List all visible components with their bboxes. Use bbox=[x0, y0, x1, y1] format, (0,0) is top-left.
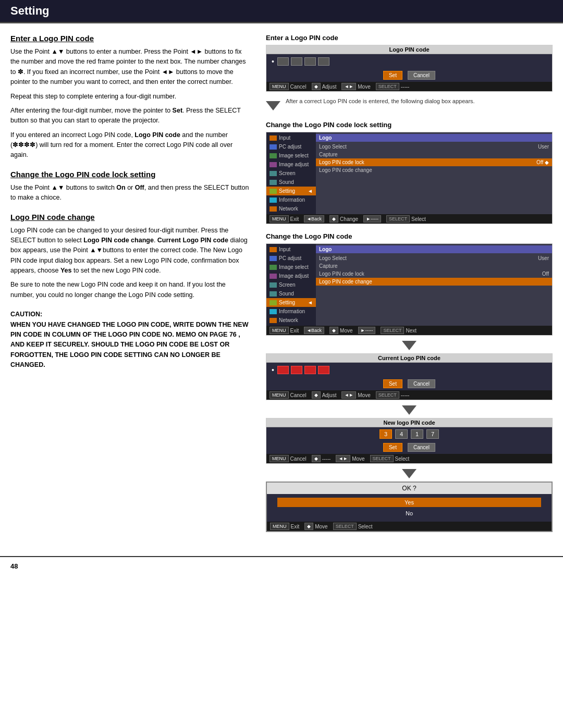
page-number: 48 bbox=[10, 562, 18, 570]
pcadjust-icon bbox=[270, 144, 277, 150]
ok-no-option[interactable]: No bbox=[277, 509, 541, 518]
menu-item-network: Network bbox=[266, 204, 316, 213]
page-footer: 48 bbox=[0, 556, 563, 575]
c-setting-icon bbox=[270, 300, 277, 305]
pin-dialog-title: Logo PIN code bbox=[266, 45, 552, 54]
cs-move: ◆ Move bbox=[329, 327, 352, 334]
new-select-key: SELECT bbox=[370, 455, 394, 462]
right-title2: Change the Logo PIN code lock setting bbox=[266, 121, 553, 129]
left-column: Enter a Logo PIN code Use the Point ▲▼ b… bbox=[10, 34, 250, 540]
new-num-4: 7 bbox=[426, 429, 439, 439]
information-label: Information bbox=[279, 197, 305, 203]
c-setting[interactable]: Setting ◄ bbox=[266, 298, 316, 307]
arrow-down-4 bbox=[402, 469, 417, 478]
s-back: ◄Back bbox=[304, 215, 324, 223]
imageadjust-icon bbox=[270, 162, 277, 167]
c-pcadjust: PC adjust bbox=[266, 254, 316, 263]
current-pin-title: Current Logo PIN code bbox=[266, 354, 552, 363]
ok-move-key: ◆ bbox=[304, 523, 313, 530]
status-move: ◄► Move bbox=[341, 83, 370, 90]
section-enter-pin: Enter a Logo PIN code Use the Point ▲▼ b… bbox=[10, 34, 250, 161]
c-lock: Logo PIN code lock Off bbox=[316, 270, 552, 278]
screen-label: Screen bbox=[279, 170, 296, 176]
lock-item-highlighted[interactable]: Logo PIN code lock Off ◆ bbox=[316, 158, 552, 166]
section3-title: Logo PIN code change bbox=[10, 213, 250, 221]
change-menu-left: Input PC adjust Image select Image bbox=[266, 244, 316, 326]
pcadjust-label: PC adjust bbox=[279, 144, 301, 150]
new-pin-numbers: 3 4 1 7 bbox=[266, 427, 552, 441]
right-title3: Change the Logo PIN code bbox=[266, 232, 553, 240]
pin-entry-dialog: Logo PIN code • Set Cancel M bbox=[266, 45, 553, 92]
new-pin-dialog: New logo PIN code 3 4 1 7 Set Cancel MEN… bbox=[266, 418, 553, 464]
arrow-down-icon bbox=[266, 101, 280, 110]
new-num-1: 3 bbox=[380, 429, 392, 439]
c-setting-arrow: ◄ bbox=[308, 300, 313, 305]
cs-blank: ►----- bbox=[358, 327, 376, 334]
pin-boxes bbox=[277, 57, 329, 66]
current-set-btn[interactable]: Set bbox=[383, 379, 402, 388]
menu-inner: Input PC adjust Image select Image bbox=[266, 132, 552, 214]
new-status-bar: MENU Cancel ◆ ----- ◄► Move SELECT Selec… bbox=[266, 454, 552, 463]
input-icon bbox=[270, 135, 277, 141]
caution-text: CAUTION: WHEN YOU HAVE CHANGED THE LOGO … bbox=[10, 310, 250, 370]
c-sound: Sound bbox=[266, 289, 316, 298]
section1-para2: Repeat this step to complete entering a … bbox=[10, 92, 250, 102]
change-status-bar: MENU Exit ◄Back ◆ Move ►----- SELECT bbox=[266, 326, 552, 335]
new-cancel-btn[interactable]: Cancel bbox=[408, 443, 435, 452]
section1-para1: Use the Point ▲▼ buttons to enter a numb… bbox=[10, 47, 250, 88]
pin-box-2 bbox=[291, 57, 302, 66]
menu-item-screen: Screen bbox=[266, 169, 316, 178]
imageselect-icon bbox=[270, 153, 277, 158]
screen-icon bbox=[270, 171, 277, 176]
menu-item-pcadjust: PC adjust bbox=[266, 142, 316, 151]
current-box-1 bbox=[277, 366, 289, 374]
page-title: Setting bbox=[10, 4, 50, 18]
cur-adjust-key: ◆ bbox=[312, 391, 321, 399]
pin-box-4 bbox=[318, 57, 329, 66]
status-select: SELECT ----- bbox=[376, 83, 410, 90]
c-information-icon bbox=[270, 309, 277, 314]
menu-item-information: Information bbox=[266, 195, 316, 204]
menu-label: Cancel bbox=[290, 84, 307, 90]
ok-menu-key: MENU bbox=[270, 523, 289, 530]
c-imageselect-icon bbox=[270, 265, 277, 270]
menu-item-imageselect: Image select bbox=[266, 151, 316, 160]
exit-key: MENU bbox=[270, 215, 289, 223]
menu-item-input: Input bbox=[266, 133, 316, 142]
section-change-lock: Change the Logo PIN code lock setting Us… bbox=[10, 170, 250, 203]
right-section3: Change the Logo PIN code Input PC adjust bbox=[266, 232, 553, 532]
section3-para1: Logo PIN code can be changed to your des… bbox=[10, 226, 250, 276]
c-change-highlighted[interactable]: Logo PIN code change bbox=[316, 278, 552, 286]
arrow-down-3 bbox=[402, 405, 417, 415]
ok-status-bar: MENU Exit ◆ Move SELECT Select bbox=[267, 522, 552, 531]
sound-label: Sound bbox=[279, 179, 294, 185]
set-button[interactable]: Set bbox=[383, 71, 402, 80]
c-logo-title: Logo bbox=[316, 245, 552, 253]
network-icon bbox=[270, 206, 277, 212]
c-information: Information bbox=[266, 307, 316, 316]
section2-para1: Use the Point ▲▼ buttons to switch On or… bbox=[10, 183, 250, 203]
current-box-2 bbox=[291, 366, 302, 374]
ok-title: OK ? bbox=[267, 483, 552, 494]
pin-btn-row: Set Cancel bbox=[266, 69, 552, 82]
current-status-bar: MENU Cancel ◆ Adjust ◄► Move SELECT ----… bbox=[266, 390, 552, 400]
menu-item-setting[interactable]: Setting ◄ bbox=[266, 187, 316, 195]
status-menu: MENU Cancel bbox=[270, 83, 307, 90]
ok-yes-option[interactable]: Yes bbox=[277, 498, 541, 507]
s-select: SELECT Select bbox=[386, 215, 426, 223]
new-set-btn[interactable]: Set bbox=[383, 443, 402, 452]
back-key: ◄Back bbox=[304, 215, 324, 223]
move-key: ◄► bbox=[341, 83, 356, 90]
c-capture: Capture bbox=[316, 262, 552, 270]
select-key: SELECT bbox=[376, 83, 399, 90]
status-adjust: ◆ Adjust bbox=[312, 83, 337, 90]
current-cancel-btn[interactable]: Cancel bbox=[408, 379, 435, 388]
ok-dialog: OK ? Yes No MENU Exit ◆ Move SELECT bbox=[266, 482, 553, 532]
new-adjust-key: ◆ bbox=[312, 455, 321, 462]
section1-para4: If you entered an incorrect Logo PIN cod… bbox=[10, 130, 250, 161]
current-pin-entry: • bbox=[266, 363, 552, 377]
cancel-button[interactable]: Cancel bbox=[408, 71, 435, 80]
after-text: After a correct Logo PIN code is entered… bbox=[286, 97, 475, 106]
menu-key: MENU bbox=[270, 83, 289, 90]
caution-block: CAUTION: WHEN YOU HAVE CHANGED THE LOGO … bbox=[10, 310, 250, 370]
